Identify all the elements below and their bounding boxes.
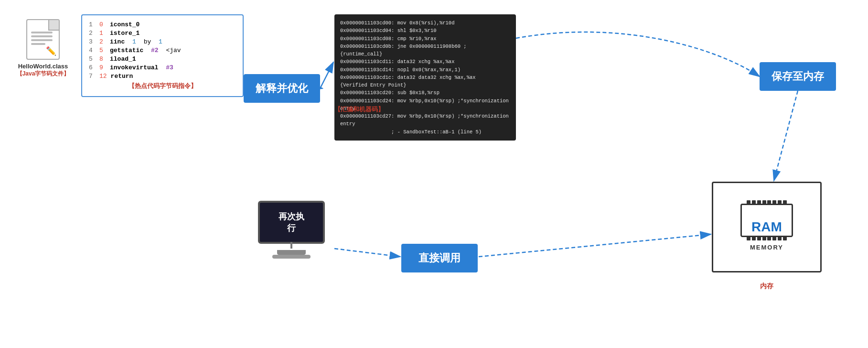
bc-offset-2: 1 bbox=[99, 30, 106, 37]
asm-line-12: ; - SandboxTest::aB-1 (line 5) bbox=[340, 128, 510, 136]
bc-linenum-3: 3 bbox=[89, 38, 96, 45]
direct-call-button[interactable]: 直接调用 bbox=[401, 244, 478, 272]
monitor-base bbox=[277, 250, 306, 255]
bc-instr-3: iinc bbox=[110, 38, 129, 45]
file-lines bbox=[31, 32, 53, 47]
save-label: 保存至内存 bbox=[772, 69, 824, 84]
bytecode-row-7: 7 12 return bbox=[89, 73, 236, 80]
bc-linenum-5: 5 bbox=[89, 55, 96, 63]
bc-val-3: 1 bbox=[159, 38, 162, 45]
svg-line-5 bbox=[334, 249, 400, 257]
asm-line-3: 0x00000011103cd08: cmp %r10,%rax bbox=[340, 35, 510, 43]
ram-memory-label: MEMORY bbox=[750, 244, 783, 251]
bc-by-3: by bbox=[140, 38, 155, 45]
asm-caption: 【汇编和机器码】 bbox=[334, 105, 384, 114]
asm-line-2: 0x00000011103cd04: shl $0x3,%r10 bbox=[340, 27, 510, 34]
bytecode-box: 1 0 iconst_0 2 1 istore_1 3 2 iinc 1 by … bbox=[81, 14, 244, 97]
bytecode-row-5: 5 8 iload_1 bbox=[89, 55, 236, 63]
bc-offset-4: 5 bbox=[99, 47, 106, 54]
asm-line-5: 0x00000011103cd11: data32 xchg %ax,%ax bbox=[340, 58, 510, 65]
bc-instr-4: getstatic bbox=[110, 47, 147, 54]
direct-call-label: 直接调用 bbox=[418, 251, 461, 265]
bc-offset-3: 2 bbox=[99, 38, 106, 45]
monitor: 再次执行 bbox=[253, 201, 330, 252]
asm-line-7: 0x00000011103cd1c: data32 data32 xchg %a… bbox=[340, 74, 510, 81]
bc-linenum-1: 1 bbox=[89, 21, 96, 28]
asm-line-4: 0x00000011103cd0b: jne 0x000000111908b60… bbox=[340, 43, 510, 58]
file-document: ✏️ bbox=[26, 19, 60, 60]
asm-line-6: 0x00000011103cd14: nopl 0x0(%rax,%rax,1) bbox=[340, 66, 510, 74]
monitor-feet bbox=[272, 255, 311, 259]
bc-ref-4: #2 bbox=[151, 47, 159, 54]
svg-line-3 bbox=[320, 62, 333, 88]
bc-offset-7: 12 bbox=[99, 73, 107, 80]
execute-label-on-monitor: 再次执行 bbox=[276, 211, 307, 234]
ram-chip: RAM bbox=[740, 204, 793, 237]
ram-top-pins bbox=[747, 200, 787, 205]
svg-line-6 bbox=[479, 234, 711, 257]
file-name: HelloWorld.class bbox=[14, 63, 72, 70]
ram-bottom-pins bbox=[747, 236, 787, 240]
bc-linenum-4: 4 bbox=[89, 47, 96, 54]
bc-extra-4: <jav bbox=[162, 47, 181, 54]
assembly-box: 0x00000011103cd00: mov 0x8(%rsi),%r10d 0… bbox=[334, 14, 516, 141]
bc-offset-6: 9 bbox=[99, 64, 106, 71]
diagram-container: ✏️ HelloWorld.class 【Java字节码文件】 1 0 icon… bbox=[0, 0, 868, 348]
bytecode-caption: 【热点代码字节码指令】 bbox=[89, 82, 236, 90]
file-icon: ✏️ HelloWorld.class 【Java字节码文件】 bbox=[14, 19, 72, 78]
asm-line-1: 0x00000011103cd00: mov 0x8(%rsi),%r10d bbox=[340, 19, 510, 27]
ram-text: RAM bbox=[751, 220, 782, 234]
bc-linenum-6: 6 bbox=[89, 64, 96, 71]
bc-instr-5: iload_1 bbox=[110, 55, 136, 63]
bytecode-row-4: 4 5 getstatic #2 <jav bbox=[89, 47, 236, 54]
bc-instr-2: istore_1 bbox=[110, 30, 139, 37]
ram-caption: 内存 bbox=[736, 282, 798, 291]
bc-ref-6: #3 bbox=[166, 64, 173, 71]
bc-instr-1: iconst_0 bbox=[110, 21, 139, 28]
bc-offset-5: 8 bbox=[99, 55, 106, 63]
interpret-button[interactable]: 解释并优化 bbox=[244, 74, 320, 103]
bytecode-row-1: 1 0 iconst_0 bbox=[89, 21, 236, 28]
interpret-label: 解释并优化 bbox=[256, 81, 308, 96]
bytecode-row-6: 6 9 invokevirtual #3 bbox=[89, 64, 236, 71]
bc-linenum-2: 2 bbox=[89, 30, 96, 37]
bc-offset-1: 0 bbox=[99, 21, 106, 28]
monitor-screen: 再次执行 bbox=[258, 201, 325, 244]
bc-instr-6: invokevirtual bbox=[110, 64, 162, 71]
save-button[interactable]: 保存至内存 bbox=[760, 62, 836, 91]
asm-line-8: {Verified Entry Point} bbox=[340, 81, 510, 89]
pencil-icon: ✏️ bbox=[46, 46, 56, 56]
bc-instr-7: return bbox=[111, 73, 133, 80]
bc-keyword-3: 1 bbox=[132, 38, 136, 45]
bytecode-row-3: 3 2 iinc 1 by 1 bbox=[89, 38, 236, 45]
ram-box: RAM MEMORY bbox=[712, 182, 822, 272]
asm-line-9: 0x00000011103cd20: sub $0x18,%rsp bbox=[340, 89, 510, 97]
bytecode-row-2: 2 1 istore_1 bbox=[89, 30, 236, 37]
bc-linenum-7: 7 bbox=[89, 73, 96, 80]
svg-line-4 bbox=[774, 91, 798, 181]
asm-line-11: 0x00000011103cd27: mov %rbp,0x10(%rsp) ;… bbox=[340, 112, 510, 128]
file-label: 【Java字节码文件】 bbox=[14, 70, 72, 78]
